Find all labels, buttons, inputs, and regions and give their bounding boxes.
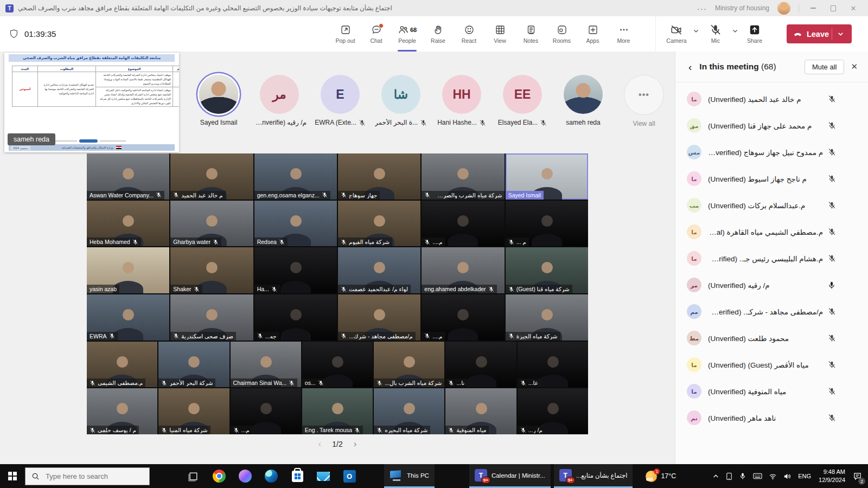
video-tile[interactable]: شركة مياه المنيا <box>158 388 229 434</box>
share-button[interactable]: Share <box>741 23 769 44</box>
weather-widget[interactable]: 1 17°C <box>640 464 681 488</box>
mute-all-button[interactable]: Mute all <box>805 60 845 74</box>
video-tile[interactable]: م.مصطفي الشيمي <box>87 342 157 388</box>
copilot-icon[interactable] <box>232 464 258 488</box>
back-chevron-icon[interactable]: ‹ <box>686 62 694 72</box>
video-tile[interactable]: صرف صحى اسكندرية <box>170 294 253 341</box>
toolbar-raise-button[interactable]: Raise <box>423 16 454 52</box>
video-tile[interactable]: شركة مياه الفيوم <box>338 201 420 247</box>
video-tile[interactable]: نا... <box>445 342 516 388</box>
video-tile[interactable]: م ... <box>506 201 588 247</box>
strip-participant[interactable]: Sayed Ismail <box>192 75 246 127</box>
video-tile[interactable]: eng.ahamed abdelkader <box>422 247 504 293</box>
video-tile[interactable]: Eng . Tarek mousa <box>302 388 373 434</box>
video-tile[interactable]: م خالد عبد الحميد <box>170 153 253 200</box>
tray-volume-icon[interactable] <box>780 464 795 488</box>
video-tile[interactable]: جه... <box>254 294 337 341</box>
teams-meeting-taskbar-button[interactable]: T9+ اجتماع بشأن متابع... <box>554 464 633 488</box>
video-tile[interactable]: yasin azab <box>87 247 169 293</box>
video-tile[interactable]: م/مصطفى مجاهد - شرك... <box>338 294 420 341</box>
taskbar-clock[interactable]: 9:48 AM 12/9/2024 <box>814 464 850 488</box>
strip-participant[interactable]: مرم/ رقيه (Unverifie... <box>252 75 307 127</box>
participant-row[interactable]: مسم ممدوح نبيل جهاز سوهاج (Unverified) <box>675 139 868 165</box>
account-avatar[interactable] <box>777 2 790 15</box>
video-tile[interactable]: م / يوسف حلمي <box>87 388 157 434</box>
video-tile[interactable]: م... <box>231 388 301 434</box>
edge-icon[interactable] <box>258 464 284 488</box>
participant-row[interactable]: مبم.عبدالسلام بركات (Unverified) <box>675 192 868 219</box>
tray-wifi-icon[interactable] <box>765 464 780 488</box>
close-button[interactable]: ✕ <box>847 2 859 14</box>
video-tile[interactable]: Ha... <box>254 247 337 293</box>
toolbar-view-button[interactable]: View <box>484 16 515 52</box>
video-tile[interactable]: م.... <box>422 201 504 247</box>
leave-button[interactable]: Leave <box>787 24 852 43</box>
strip-participant[interactable]: •••View all <box>617 75 671 127</box>
video-tile[interactable]: شركة البحر الأحمر <box>158 342 229 388</box>
video-tile[interactable]: شركة مياه البحيره <box>374 388 444 434</box>
start-button[interactable] <box>0 464 25 488</box>
toolbar-rooms-button[interactable]: Rooms <box>546 16 577 52</box>
toolbar-notes-button[interactable]: Notes <box>515 16 546 52</box>
video-tile[interactable]: شركة مياه الشرب والصرف... <box>422 153 504 200</box>
maximize-button[interactable] <box>827 2 839 14</box>
strip-participant[interactable]: شا...ة البحر الأحمر <box>374 75 428 127</box>
panel-close-icon[interactable]: ✕ <box>850 62 859 72</box>
strip-participant[interactable]: sameh reda <box>556 75 610 127</box>
strip-participant[interactable]: HHHani Hashe... <box>435 75 489 127</box>
toolbar-chat-button[interactable]: Chat <box>361 16 392 52</box>
toolbar-apps-button[interactable]: Apps <box>577 16 608 52</box>
video-tile[interactable]: Heba Mohamed <box>87 201 169 247</box>
search-input[interactable] <box>44 472 128 481</box>
participant-row[interactable]: مامياه المنوفية (Unverified) <box>675 378 868 404</box>
toolbar-people-button[interactable]: 68People <box>392 16 423 52</box>
toolbar-popout-button[interactable]: Pop out <box>330 16 361 52</box>
video-tile[interactable]: لواء م/ عبدالحميد عصمت <box>338 247 420 293</box>
participant-row[interactable]: ممم/مصطفى مجاهد - شركـ.. (Unverified) <box>675 298 868 325</box>
tray-chevron-up-icon[interactable] <box>709 464 723 488</box>
outlook-icon[interactable]: O <box>336 464 362 488</box>
video-tile[interactable]: os... <box>302 342 373 388</box>
teams-calendar-taskbar-button[interactable]: T9+ Calendar | Ministr... <box>469 464 551 488</box>
strip-participant[interactable]: EEWRA (Exte... <box>313 75 367 127</box>
participant-row[interactable]: مطمحمود طلعت (Unverified) <box>675 325 868 351</box>
mail-icon[interactable] <box>310 464 336 488</box>
video-tile[interactable]: EWRA <box>87 294 169 341</box>
video-tile[interactable]: Gharbya water <box>170 201 253 247</box>
titlebar-menu-icon[interactable]: ··· <box>697 4 707 13</box>
participant-row[interactable]: مام خالد عبد الحميد (Unverified) <box>675 86 868 112</box>
participant-row[interactable]: مقم محمد على جهاز قنا (Unverified) <box>675 112 868 139</box>
participant-row[interactable]: مامياه الأقصر (Guest) (Unverified) <box>675 351 868 378</box>
video-tile[interactable]: مياه المنوفية <box>445 388 516 434</box>
toolbar-react-button[interactable]: React <box>454 16 484 52</box>
tray-keyboard-icon[interactable] <box>750 464 765 488</box>
action-center-icon[interactable]: 2 <box>850 464 865 488</box>
video-tile[interactable]: Aswan Water Company... <box>87 153 169 200</box>
microsoft-store-icon[interactable] <box>284 464 310 488</box>
account-name[interactable]: Ministry of housing <box>715 4 769 12</box>
tray-mic-icon[interactable] <box>736 464 750 488</box>
video-tile[interactable]: شركة مياه الشرب بال... <box>374 342 444 388</box>
video-tile[interactable]: م.... <box>422 294 504 341</box>
strip-participant[interactable]: EEElsayed Ela... <box>495 75 550 127</box>
video-tile[interactable]: شركة مياه قنا (Guest) <box>506 247 588 293</box>
leave-options-chevron[interactable] <box>832 30 848 37</box>
video-tile[interactable]: Chairman Sinai Wa... <box>231 342 301 388</box>
video-tile[interactable]: Redsea <box>254 201 337 247</box>
mic-options-chevron[interactable] <box>731 28 739 34</box>
participant-row[interactable]: مرم/ رقيه (Unverified) <box>675 272 868 298</box>
video-tile[interactable]: gen.eng.osama elganz... <box>254 153 337 200</box>
tray-phone-icon[interactable] <box>723 464 736 488</box>
participant-row[interactable]: مام.مصطفي الشيمي مياه القاهرة (External) <box>675 219 868 245</box>
camera-options-chevron[interactable] <box>692 28 700 34</box>
toolbar-more-button[interactable]: More <box>608 16 639 52</box>
chrome-icon[interactable] <box>206 464 232 488</box>
participant-row[interactable]: نمناهد ماهر (Unverified) <box>675 404 868 431</box>
participant-row[interactable]: مام.هشام البليبسي رئيس جـ.. (Unverified) <box>675 245 868 272</box>
previous-page-chevron[interactable]: ‹ <box>315 438 325 451</box>
next-page-chevron[interactable]: › <box>350 438 360 451</box>
participant-row[interactable]: مام ناجح جهاز اسيوط (Unverified) <box>675 165 868 192</box>
video-tile[interactable]: Shaker <box>170 247 253 293</box>
this-pc-taskbar-button[interactable]: This PC <box>384 464 435 488</box>
video-tile[interactable]: عا... <box>518 342 588 388</box>
